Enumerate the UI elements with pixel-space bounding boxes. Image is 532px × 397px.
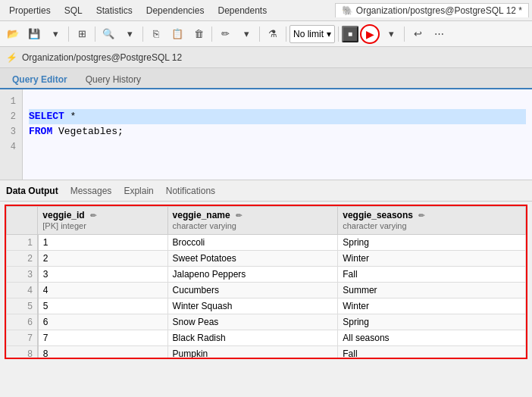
col-header-rownum xyxy=(7,207,38,235)
tab-query-editor[interactable]: Query Editor xyxy=(3,71,77,89)
delete-btn[interactable]: 🗑 xyxy=(189,24,208,44)
tab-query-history[interactable]: Query History xyxy=(77,71,150,89)
data-table: veggie_id ✏ [PK] integer veggie_name ✏ c… xyxy=(6,206,526,359)
cell-veggie-id: 3 xyxy=(38,267,167,283)
menu-dependencies[interactable]: Dependencies xyxy=(140,2,211,19)
sep8 xyxy=(404,27,405,42)
run-dropdown-btn[interactable]: ▾ xyxy=(381,24,401,44)
col-header-veggie-name[interactable]: veggie_name ✏ character varying xyxy=(167,207,338,235)
menu-statistics[interactable]: Statistics xyxy=(90,2,139,19)
db-icon: 🐘 xyxy=(342,5,353,16)
sep4 xyxy=(211,27,212,42)
cell-veggie-id: 4 xyxy=(38,283,167,299)
edit-col-name-icon[interactable]: ✏ xyxy=(236,211,242,220)
open-file-btn[interactable]: 📂 xyxy=(3,24,23,44)
cell-veggie-id: 7 xyxy=(38,330,167,346)
cell-veggie-season: Summer xyxy=(338,283,526,299)
sep5 xyxy=(259,27,260,42)
cell-veggie-name: Snow Peas xyxy=(167,314,338,330)
find-dropdown-btn[interactable]: ▾ xyxy=(120,24,139,44)
copy-btn[interactable]: ⎘ xyxy=(146,24,166,44)
results-header: Data Output Messages Explain Notificatio… xyxy=(0,180,532,202)
query-editor[interactable]: 1 2 3 4 SELECT * FROM Vegetables; xyxy=(0,89,532,180)
cell-veggie-id: 1 xyxy=(38,235,167,251)
code-line-2: SELECT * xyxy=(29,109,526,124)
table-row: 6 6 Snow Peas Spring xyxy=(7,314,526,330)
table-row: 2 2 Sweet Potatoes Winter xyxy=(7,251,526,267)
back-btn[interactable]: ↩ xyxy=(408,24,427,44)
sep7 xyxy=(338,27,339,42)
row-number: 3 xyxy=(7,267,38,283)
edit-dropdown-btn[interactable]: ▾ xyxy=(236,24,256,44)
filter-btn[interactable]: ⚗ xyxy=(263,24,283,44)
cell-veggie-id: 5 xyxy=(38,299,167,314)
edit-col-seasons-icon[interactable]: ✏ xyxy=(418,211,424,220)
row-number: 5 xyxy=(7,299,38,314)
col-header-veggie-seasons[interactable]: veggie_seasons ✏ character varying xyxy=(338,207,526,235)
cell-veggie-name: Sweet Potatoes xyxy=(167,251,338,267)
table-header-row: veggie_id ✏ [PK] integer veggie_name ✏ c… xyxy=(7,207,526,235)
cell-veggie-name: Cucumbers xyxy=(167,283,338,299)
edit-btn[interactable]: ✏ xyxy=(215,24,235,44)
limit-label: No limit xyxy=(293,29,324,39)
editor-tabs: Query Editor Query History xyxy=(0,68,532,89)
cell-veggie-id: 8 xyxy=(38,346,167,360)
menu-bar: Properties SQL Statistics Dependencies D… xyxy=(0,0,532,21)
paste-btn[interactable]: 📋 xyxy=(167,24,187,44)
cell-veggie-season: Winter xyxy=(338,251,526,267)
tab-messages[interactable]: Messages xyxy=(70,183,112,199)
sep1 xyxy=(68,27,69,42)
limit-dropdown[interactable]: No limit ▾ xyxy=(289,25,335,43)
edit-col-id-icon[interactable]: ✏ xyxy=(90,211,96,220)
conn-path: Organization/postgres@PostgreSQL 12 xyxy=(22,52,182,63)
row-number: 4 xyxy=(7,283,38,299)
table-row: 8 8 Pumpkin Fall xyxy=(7,346,526,360)
code-line-4 xyxy=(29,139,526,155)
table-row: 4 4 Cucumbers Summer xyxy=(7,283,526,299)
table-row: 7 7 Black Radish All seasons xyxy=(7,330,526,346)
tab-explain[interactable]: Explain xyxy=(124,183,153,199)
col-header-veggie-id[interactable]: veggie_id ✏ [PK] integer xyxy=(38,207,167,235)
menu-sql[interactable]: SQL xyxy=(58,2,89,19)
stop-btn[interactable]: ■ xyxy=(342,26,358,42)
table-row: 1 1 Broccoli Spring xyxy=(7,235,526,251)
row-number: 7 xyxy=(7,330,38,346)
data-table-container[interactable]: veggie_id ✏ [PK] integer veggie_name ✏ c… xyxy=(5,205,527,359)
code-line-3: FROM Vegetables; xyxy=(29,124,526,139)
cell-veggie-season: All seasons xyxy=(338,330,526,346)
cell-veggie-season: Fall xyxy=(338,346,526,360)
conn-bar: ⚡ Organization/postgres@PostgreSQL 12 xyxy=(0,47,532,68)
toolbar: 📂 💾 ▾ ⊞ 🔍 ▾ ⎘ 📋 🗑 ✏ ▾ ⚗ No limit ▾ ■ ▶ ▾… xyxy=(0,21,532,47)
cell-veggie-season: Fall xyxy=(338,267,526,283)
tab-notifications[interactable]: Notifications xyxy=(166,183,215,199)
menu-properties[interactable]: Properties xyxy=(3,2,57,19)
query-tool-btn[interactable]: ⊞ xyxy=(72,24,92,44)
row-number: 1 xyxy=(7,235,38,251)
save-btn[interactable]: 💾 xyxy=(24,24,44,44)
cell-veggie-name: Broccoli xyxy=(167,235,338,251)
table-row: 5 5 Winter Squash Winter xyxy=(7,299,526,314)
line-numbers: 1 2 3 4 xyxy=(0,89,23,180)
cell-veggie-season: Winter xyxy=(338,299,526,314)
cell-veggie-id: 6 xyxy=(38,314,167,330)
save-dropdown-btn[interactable]: ▾ xyxy=(45,24,65,44)
conn-icon: ⚡ xyxy=(6,52,17,63)
cell-veggie-name: Pumpkin xyxy=(167,346,338,360)
row-number: 6 xyxy=(7,314,38,330)
cell-veggie-season: Spring xyxy=(338,314,526,330)
cell-veggie-name: Winter Squash xyxy=(167,299,338,314)
find-btn[interactable]: 🔍 xyxy=(99,24,118,44)
menu-dependents[interactable]: Dependents xyxy=(211,2,273,19)
tab-data-output[interactable]: Data Output xyxy=(6,183,58,199)
code-area[interactable]: SELECT * FROM Vegetables; xyxy=(23,89,532,180)
cell-veggie-name: Jalapeno Peppers xyxy=(167,267,338,283)
run-btn[interactable]: ▶ xyxy=(360,24,380,44)
cell-veggie-name: Black Radish xyxy=(167,330,338,346)
results-area: Data Output Messages Explain Notificatio… xyxy=(0,180,532,362)
cell-veggie-season: Spring xyxy=(338,235,526,251)
sep3 xyxy=(142,27,143,42)
more-btn[interactable]: ⋯ xyxy=(429,24,449,44)
code-line-1 xyxy=(29,94,526,109)
db-tab[interactable]: 🐘 Organization/postgres@PostgreSQL 12 * xyxy=(335,3,529,17)
sep6 xyxy=(286,27,286,42)
